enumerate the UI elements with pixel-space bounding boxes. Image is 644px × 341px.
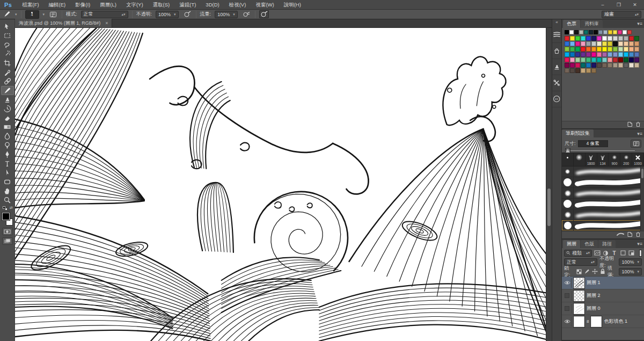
swatch[interactable] [608, 47, 612, 52]
brush-preset-134[interactable]: 134 [597, 153, 609, 166]
layer-row-2[interactable]: 圖層 0 [562, 302, 644, 315]
eyedropper-tool[interactable] [1, 68, 14, 77]
visibility-toggle[interactable] [563, 278, 572, 288]
swatch[interactable] [618, 57, 623, 62]
tab-brush-presets[interactable]: 筆刷預設集 [562, 129, 594, 137]
swatch[interactable] [602, 63, 607, 68]
swatch[interactable] [597, 63, 602, 68]
menu-item-6[interactable]: 濾鏡(T) [174, 0, 201, 10]
swatch[interactable] [591, 47, 596, 52]
brush-stroke-row[interactable] [562, 177, 644, 188]
swatch[interactable] [565, 63, 569, 68]
swatch[interactable] [570, 52, 575, 57]
crop-tool[interactable] [1, 59, 14, 68]
tool-kit-icon[interactable] [552, 75, 562, 91]
filter-toggle-switch[interactable] [639, 250, 642, 257]
swatch[interactable] [586, 41, 591, 46]
swatch[interactable] [570, 57, 575, 62]
swatch[interactable] [602, 52, 607, 57]
swatch[interactable] [634, 47, 639, 52]
swatch[interactable] [574, 30, 579, 34]
swatch[interactable] [629, 41, 634, 46]
swatch[interactable] [575, 47, 580, 52]
canvas-vertical-scrollbar[interactable] [546, 28, 552, 341]
scrollbar-thumb[interactable] [547, 188, 551, 226]
swatch[interactable] [570, 47, 575, 52]
tab-close-icon[interactable]: × [105, 20, 108, 26]
swatch[interactable] [613, 41, 618, 46]
swatch[interactable] [591, 68, 596, 73]
swatch[interactable] [613, 63, 618, 68]
swatch[interactable] [608, 41, 612, 46]
brush-preset-1800[interactable]: 1800 [586, 153, 597, 166]
menu-item-8[interactable]: 檢視(V) [224, 0, 251, 10]
swatch[interactable] [618, 63, 623, 68]
toggle-brush-panel-icon[interactable] [631, 140, 641, 148]
swatch[interactable] [624, 47, 628, 52]
screen-mode-button[interactable] [2, 237, 13, 245]
swatch[interactable] [608, 30, 612, 34]
swatch[interactable] [575, 57, 580, 62]
swatch[interactable] [597, 47, 602, 52]
swatch[interactable] [575, 52, 580, 57]
swatch[interactable] [581, 36, 586, 41]
swatch[interactable] [591, 57, 596, 62]
swatch[interactable] [581, 63, 586, 68]
path-select-tool[interactable] [1, 168, 14, 177]
swatch[interactable] [618, 47, 623, 52]
brush-preset-1000[interactable]: 1000 [632, 153, 644, 166]
swatch[interactable] [565, 30, 569, 34]
brush-preset-900[interactable]: 900 [609, 153, 620, 166]
foreground-color-swatch[interactable] [2, 213, 10, 220]
hand-tool[interactable] [1, 186, 14, 195]
swatch[interactable] [624, 41, 628, 46]
swatch[interactable] [629, 36, 634, 41]
brush-preset-dot[interactable] [562, 153, 574, 166]
swatch[interactable] [570, 36, 575, 41]
swatch[interactable] [634, 52, 639, 57]
swatch[interactable] [602, 36, 607, 41]
delete-brush-icon[interactable] [635, 231, 641, 238]
panel-menu-icon[interactable]: ▾≡ [637, 241, 642, 246]
tab-libraries[interactable]: 資料庫 [581, 20, 603, 28]
new-brush-icon[interactable] [627, 231, 633, 238]
menu-item-9[interactable]: 視窗(W) [251, 0, 279, 10]
collapse-panels-icon[interactable]: « [555, 19, 558, 27]
swatch[interactable] [581, 47, 586, 52]
layer-mask-thumbnail[interactable] [591, 316, 602, 327]
swatch[interactable] [634, 36, 639, 41]
airbrush-button[interactable] [241, 10, 251, 18]
swatch[interactable] [570, 63, 575, 68]
swatch[interactable] [575, 41, 580, 46]
swatch[interactable] [634, 41, 639, 46]
marquee-tool[interactable] [1, 31, 14, 40]
blend-mode-select[interactable]: 正常▴▾ [81, 11, 128, 18]
color-swatch-control[interactable] [2, 213, 13, 226]
swatch[interactable] [565, 52, 569, 57]
swatch[interactable] [581, 68, 586, 73]
swatch[interactable] [589, 30, 593, 34]
swatch[interactable] [624, 52, 628, 57]
swatch[interactable] [598, 30, 603, 34]
panel-menu-icon[interactable]: ▾≡ [637, 21, 642, 26]
swatch[interactable] [597, 36, 602, 41]
brush-panel-icon[interactable] [552, 27, 562, 43]
brush-stroke-row[interactable] [562, 220, 644, 231]
tab-swatches[interactable]: 色票 [563, 20, 580, 28]
brush-size-input[interactable]: 4 像素 [578, 140, 608, 147]
tool-preset-arrow-icon[interactable]: ▾ [15, 12, 17, 17]
brush-size-slider[interactable] [566, 148, 640, 153]
menu-item-1[interactable]: 編輯(E) [44, 0, 71, 10]
swatch[interactable] [613, 47, 618, 52]
swatch[interactable] [581, 41, 586, 46]
swatch[interactable] [627, 30, 632, 34]
swatch[interactable] [597, 41, 602, 46]
swatch[interactable] [565, 57, 569, 62]
flow-select[interactable]: 100%▾ [215, 11, 238, 18]
swatch[interactable] [608, 52, 612, 57]
swatch[interactable] [586, 68, 591, 73]
swatch[interactable] [634, 63, 639, 68]
swatch[interactable] [591, 52, 596, 57]
lasso-tool[interactable] [1, 40, 14, 49]
layer-thumbnail[interactable] [574, 278, 584, 288]
